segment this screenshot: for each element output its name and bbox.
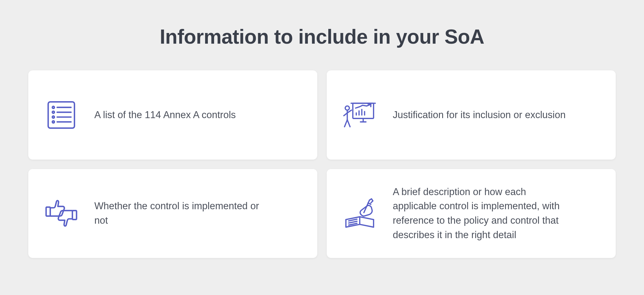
svg-point-4 xyxy=(52,121,54,123)
card-implemented: Whether the control is implemented or no… xyxy=(28,169,317,258)
page-title: Information to include in your SoA xyxy=(160,25,484,48)
card-text: A brief description or how each applicab… xyxy=(393,185,566,243)
svg-point-2 xyxy=(52,111,54,113)
card-justification: Justification for its inclusion or exclu… xyxy=(327,70,616,160)
svg-line-21 xyxy=(345,120,347,127)
svg-line-29 xyxy=(364,200,369,213)
writing-icon xyxy=(342,196,377,231)
presentation-icon xyxy=(342,98,377,132)
svg-point-1 xyxy=(52,106,54,108)
thumbs-icon xyxy=(44,196,79,231)
svg-rect-24 xyxy=(72,210,76,220)
svg-point-17 xyxy=(345,106,349,110)
svg-line-22 xyxy=(347,120,350,127)
svg-line-27 xyxy=(349,221,357,223)
card-text: Justification for its inclusion or exclu… xyxy=(393,108,566,122)
svg-point-3 xyxy=(52,116,54,118)
svg-line-26 xyxy=(349,219,357,221)
checklist-icon xyxy=(44,98,79,132)
card-annex-controls: A list of the 114 Annex A controls xyxy=(28,70,317,160)
card-text: Whether the control is implemented or no… xyxy=(94,199,267,228)
card-description: A brief description or how each applicab… xyxy=(327,169,616,258)
card-grid: A list of the 114 Annex A controls xyxy=(28,70,616,258)
svg-rect-0 xyxy=(48,102,75,128)
card-text: A list of the 114 Annex A controls xyxy=(94,108,236,122)
svg-rect-23 xyxy=(46,207,50,216)
